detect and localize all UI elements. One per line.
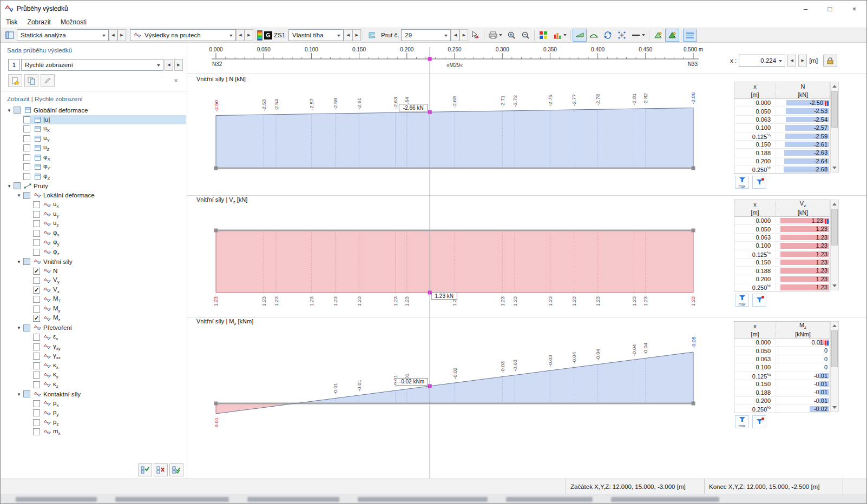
tree-item-uz[interactable]: uz [1, 219, 186, 229]
checkbox[interactable]: ✓ [33, 315, 40, 322]
checkbox[interactable] [33, 419, 40, 426]
member-prev-button[interactable]: ◀ [451, 29, 459, 41]
checkbox[interactable] [33, 220, 40, 227]
table-row[interactable]: 0.125¼-2.59 [734, 132, 830, 141]
tree-item-uz[interactable]: uZ [1, 143, 186, 153]
scroll-down-button[interactable] [831, 403, 838, 412]
table-row[interactable]: 0.150-0.01 [734, 380, 830, 388]
copy-set-button[interactable] [24, 74, 38, 87]
expander-icon[interactable]: ▾ [5, 183, 14, 189]
filter-values-button[interactable] [752, 294, 766, 307]
table-scrollbar[interactable] [830, 321, 839, 412]
tree-item-pz[interactable]: pz [1, 418, 186, 428]
tree-item-phix[interactable]: φX [1, 153, 186, 163]
checkbox[interactable] [33, 230, 40, 237]
set-prev-button[interactable]: ◀ [165, 59, 173, 71]
tree-parent-globlndeformace[interactable]: ▾Globální deformace [1, 105, 186, 115]
maximize-button[interactable]: □ [818, 1, 842, 17]
result-colorbar-icon[interactable] [257, 30, 262, 41]
tree-item-ux[interactable]: ux [1, 200, 186, 210]
menu-view[interactable]: Zobrazit [23, 17, 55, 27]
set-select[interactable]: Rychlé zobrazení [21, 59, 163, 71]
tree-item-phiy[interactable]: φY [1, 162, 186, 172]
menu-options[interactable]: Možnosti [56, 17, 91, 27]
tree-item-mx[interactable]: mx [1, 427, 186, 437]
table-row[interactable]: 0.0631.23 [734, 234, 830, 242]
table-row[interactable]: 0.1881.23 [734, 267, 830, 275]
checkbox[interactable] [14, 107, 21, 114]
tree-item-px[interactable]: px [1, 399, 186, 409]
checkbox[interactable] [33, 277, 40, 284]
tree-item-my[interactable]: My [1, 304, 186, 314]
table-row[interactable]: 0.1001.23 [734, 242, 830, 250]
tree-item-u[interactable]: |u| [1, 115, 186, 125]
clear-selection-button[interactable]: × [468, 29, 482, 42]
table-row[interactable]: 0.125¼1.23 [734, 250, 830, 258]
table-row[interactable]: 0.0630 [734, 355, 830, 363]
snap-points-button[interactable] [615, 29, 629, 42]
expander-icon[interactable]: ▾ [15, 193, 23, 198]
x-position-input[interactable]: 0.224 [739, 55, 785, 67]
new-set-button[interactable] [8, 74, 22, 87]
analysis-next-button[interactable]: ▶ [117, 29, 126, 41]
cursor-marker[interactable] [428, 291, 432, 295]
scroll-up-button[interactable] [831, 200, 838, 208]
render-mode-button[interactable] [651, 29, 665, 42]
checkbox[interactable] [33, 296, 40, 303]
loadcase-prev-button[interactable]: ◀ [344, 29, 352, 41]
scroll-thumb[interactable] [831, 91, 838, 128]
filter-values-button[interactable] [752, 415, 766, 428]
tree-item-n[interactable]: ✓N [1, 267, 186, 276]
select-all-button[interactable] [138, 463, 152, 476]
result-values-button[interactable] [550, 29, 569, 42]
checkbox[interactable] [33, 249, 40, 256]
tree-item-gamxz[interactable]: γxz [1, 352, 186, 361]
table-scrollbar[interactable] [830, 200, 839, 290]
table-row[interactable]: 0.250½1.23 [734, 283, 830, 291]
checkbox[interactable] [33, 362, 40, 369]
minimize-button[interactable]: – [793, 1, 818, 17]
scroll-down-button[interactable] [831, 164, 838, 172]
deselect-all-button[interactable] [154, 463, 168, 476]
x-next-button[interactable]: ▶ [798, 55, 807, 67]
tree-item-gamxy[interactable]: γxy [1, 342, 186, 352]
table-row[interactable]: 0.250½-0.02 [734, 405, 830, 413]
restore-default-button[interactable] [169, 463, 183, 476]
filter-max-button[interactable]: max [735, 176, 749, 189]
table-row[interactable]: 0.0500 [734, 347, 830, 355]
checkbox[interactable] [23, 116, 30, 123]
show-tables-toggle[interactable] [683, 29, 697, 42]
result-next-button[interactable]: ▶ [245, 29, 253, 41]
checkbox[interactable] [23, 390, 30, 397]
display-properties-button[interactable] [536, 29, 550, 42]
tree-parent-pruty[interactable]: ▾Pruty [1, 181, 186, 191]
cursor-marker[interactable] [428, 110, 432, 114]
tree-parent-kontaktnsly[interactable]: ▾Kontaktní síly [1, 389, 186, 399]
table-row[interactable]: 0.1501.23 [734, 258, 830, 267]
print-button[interactable] [486, 29, 504, 42]
checkbox[interactable] [14, 182, 21, 189]
table-row[interactable]: 0.100-2.57 [734, 124, 830, 132]
table-row[interactable]: 0.0501.23 [734, 225, 830, 233]
checkbox[interactable] [23, 135, 30, 142]
checkbox[interactable] [33, 428, 40, 435]
sync-views-button[interactable] [601, 29, 615, 42]
tree-parent-petvoen[interactable]: ▾Přetvoření [1, 323, 186, 333]
tree-item-phix[interactable]: φx [1, 229, 186, 238]
tree-item-kapz[interactable]: κz [1, 380, 186, 390]
checkbox[interactable] [33, 409, 40, 416]
checkbox[interactable]: ✓ [33, 268, 40, 275]
checkbox[interactable] [23, 258, 30, 265]
table-row[interactable]: 0.188-0.01 [734, 388, 830, 396]
tree-item-mt[interactable]: MT [1, 295, 186, 304]
expander-icon[interactable]: ▾ [15, 325, 23, 330]
checkbox[interactable] [33, 400, 40, 407]
tree-item-kapy[interactable]: κy [1, 370, 186, 380]
delete-set-button[interactable]: × [169, 74, 183, 87]
checkbox[interactable] [23, 144, 30, 151]
tree-parent-loklndeformace[interactable]: ▾Lokální deformace [1, 191, 186, 201]
tree-item-kapx[interactable]: κx [1, 361, 186, 371]
tree-item-uy[interactable]: uy [1, 210, 186, 220]
smooth-diagram-toggle[interactable] [587, 29, 601, 42]
table-row[interactable]: 0.188-2.63 [734, 149, 830, 157]
